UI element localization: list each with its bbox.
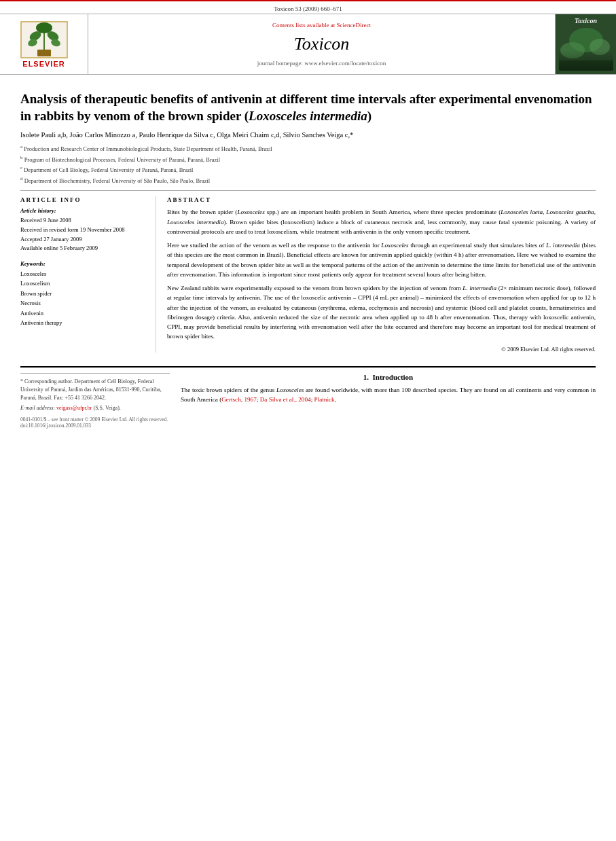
ref-dasilva: Da Silva et al., 2004 (260, 396, 311, 403)
introduction-column: 1. Introduction The toxic brown spiders … (181, 373, 596, 429)
intro-heading: 1. Introduction (181, 373, 596, 381)
abstract-para-2: Here we studied the action of the venom … (167, 240, 596, 279)
accepted-date: Accepted 27 January 2009 (20, 235, 147, 245)
article-info-label: ARTICLE INFO (20, 196, 147, 203)
received-date: Received 9 June 2008 (20, 216, 147, 226)
elsevier-wordmark: ELSEVIER (22, 60, 65, 68)
citation-text: Toxicon 53 (2009) 660–671 (274, 5, 342, 12)
abstract-label: ABSTRACT (167, 196, 596, 203)
divider-after-affiliations (20, 190, 596, 191)
article-title: Analysis of therapeutic benefits of anti… (20, 91, 596, 124)
elsevier-tree-icon (20, 21, 68, 58)
journal-name: Toxicon (294, 34, 349, 54)
journal-header: Toxicon 53 (2009) 660–671 (0, 0, 616, 75)
affiliation-c: c Department of Cell Biology, Federal Un… (20, 164, 596, 175)
email-link: veigass@ufpr.br (56, 405, 92, 411)
keyword-3: Brown spider (20, 289, 147, 298)
license-text: 0041-0101/$ – see front matter © 2009 El… (20, 416, 170, 423)
journal-thumbnail: Toxicon (555, 14, 616, 74)
email-note: E-mail address: veigass@ufpr.br (S.S. Ve… (20, 404, 170, 412)
authors: Isolete Pauli a,b, João Carlos Minozzo a… (20, 130, 596, 141)
history-label: Article history: (20, 207, 147, 214)
keywords-section: Keywords: Loxosceles Loxoscelism Brown s… (20, 260, 147, 328)
ref-gertsch: Gertsch, 1967 (221, 396, 257, 403)
keywords-list: Loxosceles Loxoscelism Brown spider Necr… (20, 269, 147, 328)
sciencedirect-link: Contents lists available at ScienceDirec… (272, 22, 371, 29)
ref-platnick: Platnick, (314, 396, 336, 403)
svg-point-11 (560, 42, 585, 58)
affiliations: a Production and Research Center of Immu… (20, 143, 596, 185)
keyword-1: Loxosceles (20, 269, 147, 279)
thumb-label: Toxicon (575, 17, 597, 24)
journal-homepage: journal homepage: www.elsevier.com/locat… (257, 60, 386, 67)
keyword-4: Necrosis (20, 298, 147, 308)
keyword-2: Loxoscelism (20, 279, 147, 288)
doi-text: doi:10.1016/j.toxicon.2009.01.033 (20, 423, 170, 429)
thumb-image (559, 26, 613, 71)
two-column-layout: ARTICLE INFO Article history: Received 9… (20, 196, 596, 352)
copyright: © 2009 Elsevier Ltd. All rights reserved… (167, 346, 596, 353)
online-date: Available online 5 February 2009 (20, 244, 147, 253)
footnote-text: * Corresponding author. Department of Ce… (20, 378, 170, 412)
abstract-text: Bites by the brown spider (Loxosceles sp… (167, 207, 596, 341)
svg-point-12 (590, 39, 610, 55)
corresponding-note: * Corresponding author. Department of Ce… (20, 378, 170, 402)
affiliation-a: a Production and Research Center of Immu… (20, 143, 596, 154)
journal-center: Contents lists available at ScienceDirec… (88, 14, 555, 74)
keywords-label: Keywords: (20, 260, 147, 267)
footer-bottom: 0041-0101/$ – see front matter © 2009 El… (20, 416, 170, 429)
revised-date: Received in revised form 19 November 200… (20, 226, 147, 235)
keyword-5: Antivenin (20, 308, 147, 318)
footnotes-column: * Corresponding author. Department of Ce… (20, 373, 170, 429)
affiliation-d: d Department of Biochemistry, Federal Un… (20, 175, 596, 185)
page: Toxicon 53 (2009) 660–671 (0, 0, 616, 841)
header-row: ELSEVIER Contents lists available at Sci… (0, 14, 616, 75)
keyword-6: Antivenin therapy (20, 318, 147, 327)
article-info-column: ARTICLE INFO Article history: Received 9… (20, 196, 156, 352)
abstract-column: ABSTRACT Bites by the brown spider (Loxo… (167, 196, 596, 352)
svg-rect-1 (37, 50, 51, 56)
abstract-para-1: Bites by the brown spider (Loxosceles sp… (167, 207, 596, 236)
affiliation-b: b Program of Biotechnological Processes,… (20, 154, 596, 164)
citation-line: Toxicon 53 (2009) 660–671 (0, 4, 616, 14)
elsevier-logo-block: ELSEVIER (0, 14, 88, 74)
article-content: Analysis of therapeutic benefits of anti… (0, 75, 616, 359)
svg-rect-13 (559, 60, 613, 71)
footer-area: * Corresponding author. Department of Ce… (0, 368, 616, 435)
article-history-section: Article history: Received 9 June 2008 Re… (20, 207, 147, 253)
abstract-para-3: New Zealand rabbits were experimentally … (167, 283, 596, 342)
intro-text: The toxic brown spiders of the genus Lox… (181, 385, 596, 405)
